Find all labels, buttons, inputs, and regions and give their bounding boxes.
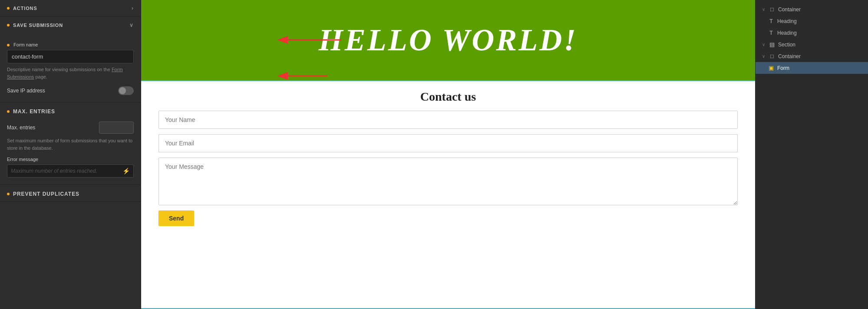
tree-label-heading-2: Heading — [777, 30, 863, 36]
left-sidebar: ACTIONS › SAVE SUBMISSION ∨ Form name De… — [0, 0, 141, 309]
prevent-duplicates-dot — [7, 193, 10, 195]
tree-item-heading-1[interactable]: T Heading — [756, 15, 868, 27]
actions-section: ACTIONS › — [0, 0, 141, 17]
name-input[interactable] — [158, 111, 738, 129]
save-submission-label: SAVE SUBMISSION — [13, 23, 63, 28]
save-submission-chevron: ∨ — [129, 22, 134, 28]
actions-dot — [7, 7, 10, 10]
tree-label-heading-1: Heading — [777, 18, 863, 24]
save-ip-label: Save IP address — [7, 88, 45, 94]
save-submission-header[interactable]: SAVE SUBMISSION ∨ — [0, 17, 141, 33]
main-canvas: HELLO WORLD! Contact us Send — [141, 0, 755, 309]
save-submission-dot — [7, 24, 10, 26]
error-message-label: Error message — [7, 157, 134, 162]
form-name-helper: Descriptive name for viewing submissions… — [7, 66, 134, 80]
email-input[interactable] — [158, 134, 738, 152]
form-section: Contact us Send — [141, 80, 755, 309]
tree-item-section-1[interactable]: ∨ ▤ Section — [756, 39, 868, 50]
message-textarea[interactable] — [158, 158, 738, 205]
max-entries-row: Max. entries — [7, 122, 134, 134]
tree-item-container-2[interactable]: ∨ □ Container — [756, 50, 868, 62]
actions-label: ACTIONS — [13, 6, 37, 11]
max-entries-label: Max. entries — [7, 125, 35, 131]
text-icon-2: T — [768, 30, 775, 36]
hero-title: HELLO WORLD! — [319, 22, 578, 58]
tree-label-container-1: Container — [778, 7, 863, 13]
prevent-duplicates-title: PREVENT DUPLICATES — [0, 185, 141, 201]
tree-label-section-1: Section — [778, 42, 863, 48]
form-name-dot — [7, 44, 10, 46]
tree-item-container-1[interactable]: ∨ □ Container — [756, 3, 868, 15]
tree-label-form-1: Form — [777, 65, 863, 71]
text-icon-1: T — [768, 18, 775, 24]
tree-item-heading-2[interactable]: T Heading — [756, 27, 868, 39]
tree-label-container-2: Container — [778, 53, 863, 59]
actions-header[interactable]: ACTIONS › — [0, 0, 141, 16]
save-submission-content: Form name Descriptive name for viewing s… — [0, 33, 141, 102]
error-message-row: Maximum number of entries reached. ⚡ — [7, 164, 134, 178]
max-entries-helper: Set maximum number of form submissions t… — [7, 137, 134, 151]
lightning-icon: ⚡ — [122, 168, 130, 174]
container-icon-2: □ — [769, 53, 776, 59]
max-entries-input[interactable] — [99, 122, 134, 134]
prevent-duplicates-section: PREVENT DUPLICATES — [0, 185, 141, 202]
canvas-wrapper: HELLO WORLD! Contact us Send — [141, 0, 755, 309]
error-message-placeholder: Maximum number of entries reached. — [11, 168, 122, 174]
hero-section: HELLO WORLD! — [141, 0, 755, 80]
form-name-input[interactable] — [7, 50, 134, 63]
max-entries-section: MAX. ENTRIES Max. entries Set maximum nu… — [0, 102, 141, 185]
save-ip-row: Save IP address — [7, 86, 134, 95]
save-submission-section: SAVE SUBMISSION ∨ Form name Descriptive … — [0, 17, 141, 102]
max-entries-title: MAX. ENTRIES — [0, 102, 141, 119]
contact-title: Contact us — [141, 81, 755, 111]
actions-chevron: › — [132, 5, 134, 11]
form-icon: ▣ — [768, 65, 775, 71]
chevron-down-icon-3: ∨ — [761, 54, 766, 59]
right-sidebar: ∨ □ Container T Heading T Heading ∨ ▤ Se… — [755, 0, 868, 309]
chevron-down-icon: ∨ — [761, 7, 766, 12]
chevron-down-icon-2: ∨ — [761, 42, 766, 47]
send-button[interactable]: Send — [158, 210, 194, 226]
max-entries-dot — [7, 110, 10, 113]
save-ip-toggle[interactable] — [118, 86, 134, 95]
form-fields: Send — [141, 111, 755, 235]
form-name-label: Form name — [7, 42, 134, 47]
tree-item-form-1[interactable]: ▣ Form — [756, 62, 868, 74]
container-icon: □ — [769, 6, 776, 13]
section-icon: ▤ — [769, 41, 776, 48]
